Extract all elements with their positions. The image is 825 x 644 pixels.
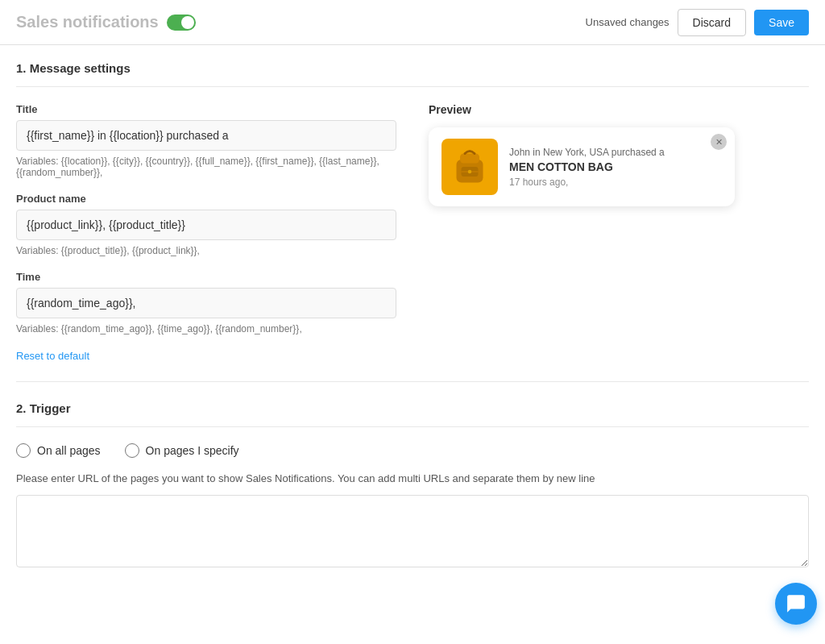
preview-time: 17 hours ago, bbox=[509, 177, 722, 188]
message-settings-layout: Title Variables: {{location}}, {{city}},… bbox=[16, 103, 809, 362]
product-input[interactable] bbox=[16, 210, 396, 240]
radio-all-pages-input[interactable] bbox=[16, 443, 31, 458]
section2-title: 2. Trigger bbox=[16, 401, 809, 427]
product-field-label: Product name bbox=[16, 193, 396, 205]
preview-info: John in New York, USA purchased a MEN CO… bbox=[509, 147, 722, 188]
reset-link[interactable]: Reset to default bbox=[16, 350, 89, 362]
top-bar-left: Sales notifications bbox=[16, 13, 196, 31]
preview-close-button[interactable]: ✕ bbox=[711, 134, 727, 150]
chat-bubble-button[interactable] bbox=[775, 583, 817, 625]
radio-specify-pages-input[interactable] bbox=[125, 443, 139, 458]
time-input[interactable] bbox=[16, 288, 396, 318]
time-variables: Variables: {{random_time_ago}}, {{time_a… bbox=[16, 323, 396, 334]
message-settings-right: Preview ✕ bbox=[429, 103, 809, 362]
toggle-switch[interactable] bbox=[167, 15, 196, 31]
svg-rect-2 bbox=[460, 154, 479, 164]
section1-title: 1. Message settings bbox=[16, 61, 809, 87]
radio-all-pages[interactable]: On all pages bbox=[16, 443, 101, 458]
radio-specify-pages[interactable]: On pages I specify bbox=[125, 443, 239, 458]
section-divider bbox=[16, 381, 809, 382]
preview-subtitle: John in New York, USA purchased a bbox=[509, 147, 722, 158]
radio-specify-pages-label: On pages I specify bbox=[146, 444, 239, 457]
main-content: 1. Message settings Title Variables: {{l… bbox=[0, 45, 825, 644]
preview-image bbox=[442, 139, 498, 195]
radio-all-pages-label: On all pages bbox=[37, 444, 101, 457]
time-field-label: Time bbox=[16, 271, 396, 283]
product-variables: Variables: {{product_title}}, {{product_… bbox=[16, 245, 396, 256]
radio-group: On all pages On pages I specify bbox=[16, 443, 809, 458]
unsaved-label: Unsaved changes bbox=[586, 16, 670, 28]
title-input[interactable] bbox=[16, 120, 396, 151]
preview-card: ✕ bbox=[429, 127, 735, 206]
top-bar-right: Unsaved changes Discard Save bbox=[586, 9, 809, 36]
discard-button[interactable]: Discard bbox=[678, 9, 746, 36]
save-button[interactable]: Save bbox=[754, 10, 809, 35]
trigger-section: 2. Trigger On all pages On pages I speci… bbox=[16, 401, 809, 570]
chat-icon bbox=[786, 593, 806, 614]
title-variables: Variables: {{location}}, {{city}}, {{cou… bbox=[16, 156, 396, 178]
top-bar: Sales notifications Unsaved changes Disc… bbox=[0, 0, 825, 45]
svg-point-5 bbox=[468, 170, 472, 174]
message-settings-left: Title Variables: {{location}}, {{city}},… bbox=[16, 103, 396, 362]
url-info-text: Please enter URL of the pages you want t… bbox=[16, 471, 809, 487]
url-textarea[interactable] bbox=[16, 495, 809, 567]
preview-product: MEN COTTON BAG bbox=[509, 160, 722, 173]
app-title: Sales notifications bbox=[16, 13, 159, 31]
title-field-label: Title bbox=[16, 103, 396, 115]
preview-title: Preview bbox=[429, 103, 809, 116]
